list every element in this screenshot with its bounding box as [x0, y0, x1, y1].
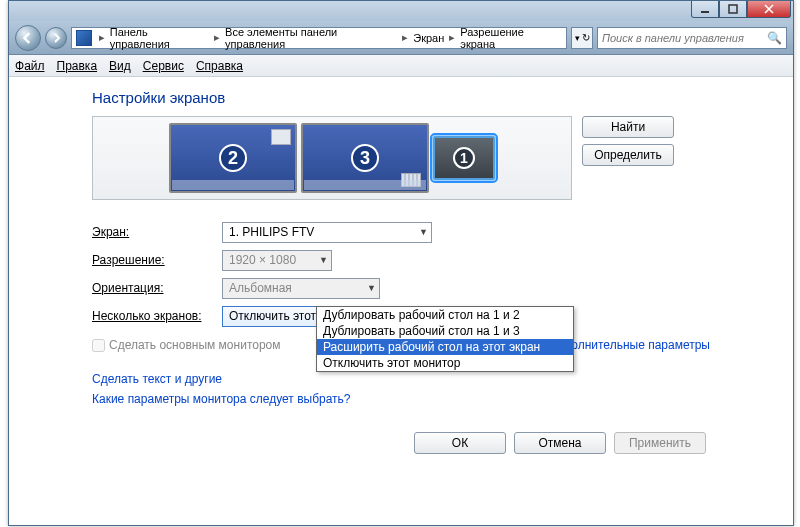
nav-back-button[interactable] — [15, 25, 41, 51]
dropdown-option[interactable]: Отключить этот монитор — [317, 355, 573, 371]
screen-select[interactable]: 1. PHILIPS FTV ▼ — [222, 222, 432, 243]
content-inner: Настройки экранов 2 3 1 — [92, 89, 710, 454]
dropdown-option[interactable]: Дублировать рабочий стол на 1 и 2 — [317, 307, 573, 323]
preview-row: 2 3 1 Найти Определить — [92, 116, 710, 200]
breadcrumb-item[interactable]: Экран — [411, 31, 446, 45]
chevron-down-icon: ▼ — [419, 227, 428, 237]
search-box[interactable]: 🔍 — [597, 27, 787, 49]
text-size-link[interactable]: Сделать текст и другие — [92, 372, 710, 386]
nav-forward-button[interactable] — [45, 27, 67, 49]
address-bar-row: ▸ Панель управления ▸ Все элементы панел… — [9, 21, 793, 55]
chevron-right-icon: ▸ — [98, 31, 106, 44]
page-title: Настройки экранов — [92, 89, 710, 106]
taskbar-icon — [172, 180, 294, 190]
refresh-icon: ↻ — [582, 32, 590, 43]
monitor-2[interactable]: 2 — [169, 123, 297, 193]
menu-service[interactable]: Сервис — [143, 59, 184, 73]
content-area: Настройки экранов 2 3 1 — [9, 77, 793, 454]
which-monitor-link[interactable]: Какие параметры монитора следует выбрать… — [92, 392, 710, 406]
menu-help[interactable]: Справка — [196, 59, 243, 73]
menu-file[interactable]: Файл — [15, 59, 45, 73]
screen-value: 1. PHILIPS FTV — [229, 225, 314, 239]
cancel-button[interactable]: Отмена — [514, 432, 606, 454]
svg-rect-1 — [729, 5, 737, 13]
monitor-number: 2 — [219, 144, 247, 172]
label-multiple: Несколько экранов: — [92, 309, 222, 323]
row-orientation: Ориентация: Альбомная ▼ — [92, 274, 710, 302]
breadcrumb-item[interactable]: Разрешение экрана — [458, 25, 562, 51]
multiple-displays-dropdown: Дублировать рабочий стол на 1 и 2 Дублир… — [316, 306, 574, 372]
close-button[interactable] — [747, 1, 791, 18]
dropdown-option-highlighted[interactable]: Расширить рабочий стол на этот экран — [317, 339, 573, 355]
monitor-number: 1 — [453, 147, 475, 169]
app-window-icon — [271, 129, 291, 145]
svg-rect-0 — [701, 11, 709, 13]
label-resolution: Разрешение: — [92, 253, 222, 267]
label-orientation: Ориентация: — [92, 281, 222, 295]
window-controls — [691, 1, 791, 18]
breadcrumb-bar[interactable]: ▸ Панель управления ▸ Все элементы панел… — [71, 27, 567, 49]
resolution-value: 1920 × 1080 — [229, 253, 296, 267]
display-preview-box[interactable]: 2 3 1 — [92, 116, 572, 200]
row-screen: Экран: 1. PHILIPS FTV ▼ — [92, 218, 710, 246]
row-resolution: Разрешение: 1920 × 1080 ▼ — [92, 246, 710, 274]
apply-button[interactable]: Применить — [614, 432, 706, 454]
preview-side-buttons: Найти Определить — [582, 116, 674, 166]
help-links: Сделать текст и другие Какие параметры м… — [92, 372, 710, 406]
dropdown-option[interactable]: Дублировать рабочий стол на 1 и 3 — [317, 323, 573, 339]
resolution-select[interactable]: 1920 × 1080 ▼ — [222, 250, 332, 271]
monitor-3[interactable]: 3 — [301, 123, 429, 193]
taskbar-icon — [304, 180, 426, 190]
label-screen: Экран: — [92, 225, 222, 239]
chevron-right-icon: ▸ — [448, 31, 456, 44]
search-icon[interactable]: 🔍 — [767, 31, 782, 45]
breadcrumb-item[interactable]: Все элементы панели управления — [223, 25, 399, 51]
search-input[interactable] — [602, 32, 763, 44]
make-main-label: Сделать основным монитором — [109, 338, 281, 352]
chevron-down-icon: ▾ — [575, 33, 580, 43]
breadcrumb-item[interactable]: Панель управления — [108, 25, 211, 51]
monitor-number: 3 — [351, 144, 379, 172]
chevron-down-icon: ▼ — [319, 255, 328, 265]
orientation-value: Альбомная — [229, 281, 292, 295]
menu-edit[interactable]: Правка — [57, 59, 98, 73]
monitor-1[interactable]: 1 — [433, 136, 495, 180]
make-main-checkbox[interactable] — [92, 339, 105, 352]
ok-button[interactable]: ОК — [414, 432, 506, 454]
title-bar — [9, 1, 793, 21]
menu-bar: Файл Правка Вид Сервис Справка — [9, 55, 793, 77]
orientation-select[interactable]: Альбомная ▼ — [222, 278, 380, 299]
window-frame: ▸ Панель управления ▸ Все элементы панел… — [8, 0, 794, 526]
menu-view[interactable]: Вид — [109, 59, 131, 73]
maximize-button[interactable] — [719, 1, 747, 18]
refresh-dropdown-button[interactable]: ▾ ↻ — [571, 27, 593, 49]
chevron-right-icon: ▸ — [213, 31, 221, 44]
chevron-down-icon: ▼ — [367, 283, 376, 293]
control-panel-icon — [76, 30, 92, 46]
detect-button[interactable]: Найти — [582, 116, 674, 138]
dialog-buttons: ОК Отмена Применить — [92, 432, 710, 454]
identify-button[interactable]: Определить — [582, 144, 674, 166]
chevron-right-icon: ▸ — [401, 31, 409, 44]
minimize-button[interactable] — [691, 1, 719, 18]
